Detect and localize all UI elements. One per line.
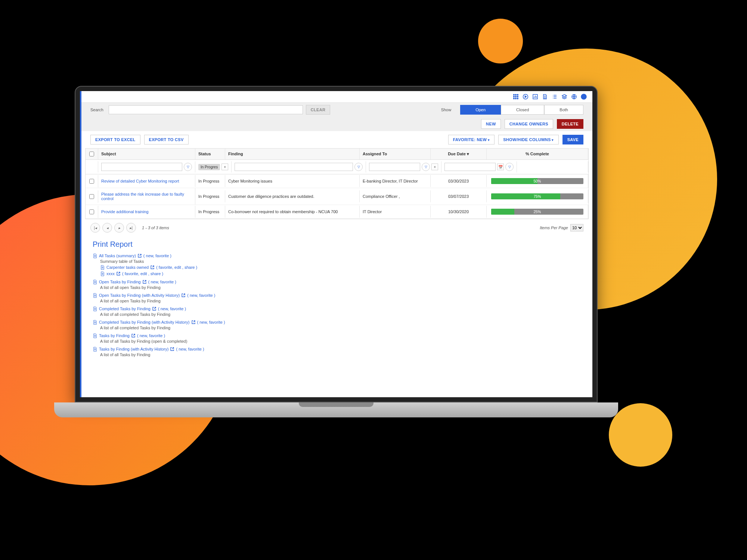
col-status[interactable]: Status [195,149,225,159]
report-link[interactable]: Tasks by Finding [99,333,130,338]
globe-icon[interactable] [571,93,577,100]
filter-assigned-menu[interactable]: ▽ [422,163,430,171]
report-link[interactable]: Open Tasks by Finding [99,280,141,284]
filter-due-input[interactable] [444,163,496,171]
svg-point-5 [517,96,518,97]
report-link[interactable]: All Tasks (summary) [99,253,136,258]
table-row: Review of detailed Cyber Monitoring repo… [86,174,588,188]
save-button[interactable]: SAVE [562,135,583,144]
filter-due-menu[interactable]: ▽ [505,163,514,171]
row-finding: Co-borrower not required to obtain membe… [225,206,360,218]
show-closed[interactable]: Closed [501,105,544,115]
app-screen: Search Clear Show Open Closed Both NEW C… [80,91,592,397]
page-prev-button[interactable]: ◂ [102,223,112,233]
filter-subject-menu[interactable]: ▽ [184,163,192,171]
col-percent-complete[interactable]: % Complete [487,149,588,159]
laptop-bezel: Search Clear Show Open Closed Both NEW C… [75,86,598,402]
external-link-icon[interactable] [182,293,185,297]
select-all-checkbox[interactable] [89,152,94,156]
favorite-dropdown[interactable]: FAVORITE: NEW [448,135,495,144]
report-actions[interactable]: ( new, favorite ) [137,333,165,338]
page-range: 1 - 3 of 3 items [142,225,169,230]
col-subject[interactable]: Subject [98,149,195,159]
report-link[interactable]: Tasks by Finding (with Activity History) [99,347,168,351]
grid-body: Review of detailed Cyber Monitoring repo… [86,174,588,219]
row-subject-link[interactable]: Please address the risk increase due to … [101,192,184,201]
filter-finding-menu[interactable]: ▽ [354,163,363,171]
export-csv-button[interactable]: EXPORT TO CSV [144,135,189,144]
row-checkbox[interactable] [89,209,94,214]
pager: |◂ ◂ ▸ ▸| 1 - 3 of 3 items Items Per Pag… [81,219,592,236]
list-icon[interactable] [551,93,558,100]
row-checkbox[interactable] [89,179,94,184]
show-hide-columns-dropdown[interactable]: SHOW/HIDE COLUMNS [498,135,558,144]
report-description: A list of all open Tasks by Finding [100,299,581,303]
change-owners-button[interactable]: CHANGE OWNERS [505,119,553,129]
report-sub-link[interactable]: Carpenter tasks owned [106,265,149,270]
layers-icon[interactable] [561,93,568,100]
new-button[interactable]: NEW [481,119,501,129]
page-next-button[interactable]: ▸ [114,223,124,233]
report-actions[interactable]: ( new, favorite ) [176,347,204,351]
filter-due-calendar-icon[interactable]: 📅 [497,164,504,170]
report-description: A list of all open Tasks by Finding [100,285,581,290]
row-subject-link[interactable]: Review of detailed Cyber Monitoring repo… [101,179,179,183]
report-link[interactable]: Completed Tasks by Finding [99,307,151,311]
page-first-button[interactable]: |◂ [90,223,100,233]
page-last-button[interactable]: ▸| [126,223,136,233]
external-link-icon[interactable] [152,307,156,311]
chart-icon[interactable] [532,93,539,100]
external-link-icon[interactable] [170,347,174,351]
document-icon [93,279,97,284]
report-link[interactable]: Completed Tasks by Finding (with Activit… [99,320,190,324]
external-link-icon[interactable] [151,265,154,269]
laptop-notch [299,402,374,407]
external-link-icon[interactable] [131,334,135,337]
user-avatar-icon[interactable] [580,93,587,100]
grid-filter-row: ▽ In Progres× ▽ ▽× 📅▽ [86,160,588,174]
external-link-icon[interactable] [117,272,120,276]
clear-button[interactable]: Clear [306,105,330,115]
report-sub-link[interactable]: xxxx [106,271,115,276]
delete-button[interactable]: DELETE [557,119,583,129]
filter-assigned-input[interactable] [369,163,420,171]
report-sub-actions[interactable]: ( favorite, edit , share ) [156,265,197,270]
apps-icon[interactable] [512,93,519,100]
col-due-date[interactable]: Due Date ▾ [431,149,487,159]
external-link-icon[interactable] [192,320,195,324]
report-actions[interactable]: ( new, favorite ) [148,280,176,284]
show-open[interactable]: Open [460,105,501,115]
row-checkbox[interactable] [89,194,94,199]
col-finding[interactable]: Finding [225,149,360,159]
search-input[interactable] [109,105,303,114]
row-due-date: 03/30/2023 [431,175,487,187]
filter-finding-input[interactable] [235,163,353,171]
report-actions[interactable]: ( new, favorite ) [158,307,186,311]
filter-subject-input[interactable] [101,163,182,171]
external-link-icon[interactable] [143,280,146,284]
export-excel-button[interactable]: EXPORT TO EXCEL [90,135,140,144]
report-link[interactable]: Open Tasks by Finding (with Activity His… [99,293,180,298]
items-per-page-select[interactable]: 10 [570,224,583,231]
filter-assigned-clear[interactable]: × [431,164,438,170]
report-sub-actions[interactable]: ( favorite, edit , share ) [122,271,163,276]
col-assigned-to[interactable]: Assigned To [360,149,431,159]
svg-point-7 [515,98,517,99]
report-item: Tasks by Finding (with Activity History)… [93,346,581,357]
report-description: A list of all Tasks by Finding (open & c… [100,339,581,343]
show-both[interactable]: Both [544,105,583,115]
svg-point-1 [515,94,517,96]
play-icon[interactable] [522,93,529,100]
report-actions[interactable]: ( new, favorite ) [197,320,225,324]
report-actions[interactable]: ( new, favorite ) [143,253,171,258]
svg-point-6 [514,98,515,99]
external-link-icon[interactable] [138,254,142,258]
document-icon[interactable] [542,93,548,100]
report-actions[interactable]: ( new, favorite ) [187,293,215,298]
row-subject-link[interactable]: Provide additional training [101,209,149,214]
filter-status-clear[interactable]: × [221,164,228,170]
document-icon [93,293,97,298]
filter-status-chip[interactable]: In Progres [198,164,220,170]
document-icon [93,333,97,338]
svg-point-3 [514,96,515,97]
